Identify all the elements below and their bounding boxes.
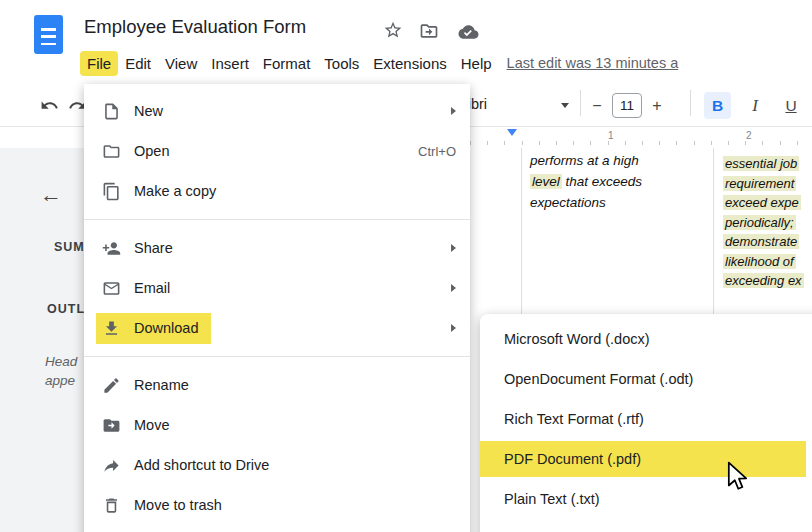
- italic-button[interactable]: I: [742, 92, 768, 119]
- sidebar-summary-label: SUM: [54, 240, 85, 254]
- outline-placeholder-text: appe: [45, 373, 75, 388]
- doc-line: exceeding ex: [723, 271, 804, 291]
- menu-item-label: Move to trash: [134, 497, 222, 513]
- highlighted-line: periodically;: [723, 215, 796, 230]
- file-menu-item-download[interactable]: Download: [84, 308, 470, 348]
- menu-view[interactable]: View: [158, 51, 204, 76]
- file-menu-dropdown: New Open Ctrl+O Make a copy Share Email …: [84, 84, 470, 532]
- doc-line-rest: that exceeds: [562, 174, 642, 189]
- close-outline-back-icon[interactable]: ←: [40, 184, 62, 206]
- copy-icon: [102, 182, 121, 201]
- sidebar-outline-label: OUTL: [47, 302, 85, 316]
- cloud-saved-icon[interactable]: [457, 22, 480, 42]
- menu-file[interactable]: File: [80, 51, 118, 76]
- move-document-icon[interactable]: [419, 21, 439, 41]
- ruler-mark-2: 2: [746, 130, 752, 141]
- highlighted-line: likelihood of: [723, 254, 796, 269]
- submenu-arrow-icon: [451, 107, 456, 115]
- last-edit-link[interactable]: Last edit was 13 minutes a: [507, 55, 679, 71]
- share-person-add-icon: [102, 239, 121, 258]
- file-menu-item-new[interactable]: New: [84, 91, 470, 131]
- file-menu-item-make-a-copy[interactable]: Make a copy: [84, 171, 470, 211]
- document-text-right-column: essential job requirement exceed expe pe…: [723, 154, 804, 291]
- submenu-item-rtf[interactable]: Rich Text Format (.rtf): [480, 399, 812, 439]
- menu-item-shortcut: Ctrl+O: [418, 144, 456, 159]
- doc-line: exceed expe: [723, 193, 804, 213]
- file-menu-item-add-shortcut[interactable]: Add shortcut to Drive: [84, 445, 470, 485]
- table-border: [713, 148, 714, 316]
- trash-icon: [102, 496, 121, 515]
- docs-logo-lines: [41, 28, 56, 46]
- submenu-item-pdf[interactable]: PDF Document (.pdf): [480, 439, 812, 479]
- toolbar-divider: [580, 90, 581, 116]
- rename-pencil-icon: [102, 376, 121, 395]
- menu-edit[interactable]: Edit: [118, 51, 158, 76]
- highlighted-line: exceed expe: [723, 195, 801, 210]
- menu-item-label: Microsoft Word (.docx): [504, 331, 650, 347]
- menu-format[interactable]: Format: [256, 51, 318, 76]
- menu-divider: [84, 356, 470, 357]
- menu-divider: [84, 219, 470, 220]
- menu-item-label: Move: [134, 417, 169, 433]
- doc-line: expectations: [530, 192, 642, 213]
- doc-line: essential job: [723, 154, 804, 174]
- menu-item-label: Share: [134, 240, 173, 256]
- font-dropdown-caret-icon[interactable]: [561, 103, 569, 108]
- menu-item-label: Make a copy: [134, 183, 216, 199]
- download-highlight: Download: [96, 313, 211, 344]
- indent-marker-icon[interactable]: [507, 129, 517, 136]
- menu-item-label: Open: [134, 143, 169, 159]
- doc-line: requirement: [723, 174, 804, 194]
- doc-line: performs at a high: [530, 150, 642, 171]
- document-title[interactable]: Employee Evaluation Form: [84, 16, 306, 38]
- menu-item-label: OpenDocument Format (.odt): [504, 371, 693, 387]
- undo-icon[interactable]: [40, 96, 59, 115]
- submenu-arrow-icon: [451, 324, 456, 332]
- ruler-mark-1: 1: [608, 130, 614, 141]
- move-folder-icon: [102, 416, 121, 435]
- toolbar-divider: [690, 90, 691, 116]
- doc-line: periodically;: [723, 213, 804, 233]
- highlighted-line: essential job: [723, 156, 799, 171]
- menu-item-label: Add shortcut to Drive: [134, 457, 269, 473]
- submenu-arrow-icon: [451, 244, 456, 252]
- menu-extensions[interactable]: Extensions: [366, 51, 453, 76]
- menu-insert[interactable]: Insert: [204, 51, 256, 76]
- menu-item-label: PDF Document (.pdf): [504, 451, 641, 467]
- font-size-increase-button[interactable]: +: [646, 92, 668, 119]
- submenu-arrow-icon: [451, 284, 456, 292]
- doc-line: likelihood of: [723, 252, 804, 272]
- email-icon: [102, 279, 121, 298]
- download-icon: [102, 319, 121, 338]
- google-docs-logo[interactable]: [34, 15, 63, 54]
- underline-button[interactable]: U: [778, 92, 804, 119]
- bold-button[interactable]: B: [704, 92, 731, 119]
- highlighted-line: exceeding ex: [723, 273, 804, 288]
- submenu-item-html[interactable]: Web Page (.html, zipped): [480, 519, 812, 532]
- menu-item-label: Download: [134, 320, 199, 336]
- new-document-icon: [102, 102, 121, 121]
- submenu-item-docx[interactable]: Microsoft Word (.docx): [480, 319, 812, 359]
- submenu-item-txt[interactable]: Plain Text (.txt): [480, 479, 812, 519]
- file-menu-item-email[interactable]: Email: [84, 268, 470, 308]
- document-text-left-column: performs at a high level that exceeds ex…: [530, 150, 642, 213]
- star-icon[interactable]: [383, 20, 403, 40]
- file-menu-item-move-to-trash[interactable]: Move to trash: [84, 485, 470, 525]
- add-shortcut-to-drive-icon: [102, 456, 121, 475]
- menu-tools[interactable]: Tools: [317, 51, 366, 76]
- google-docs-window: Employee Evaluation Form File Edit View …: [0, 0, 812, 532]
- submenu-item-odt[interactable]: OpenDocument Format (.odt): [480, 359, 812, 399]
- doc-line: level that exceeds: [530, 171, 642, 192]
- doc-line: demonstrate: [723, 232, 804, 252]
- highlighted-word: level: [530, 174, 562, 189]
- download-submenu: Microsoft Word (.docx) OpenDocument Form…: [480, 314, 812, 532]
- menu-item-label: Rich Text Format (.rtf): [504, 411, 644, 427]
- font-size-decrease-button[interactable]: −: [586, 92, 608, 119]
- file-menu-item-move[interactable]: Move: [84, 405, 470, 445]
- menu-help[interactable]: Help: [454, 51, 499, 76]
- font-size-input[interactable]: 11: [612, 93, 642, 118]
- file-menu-item-open[interactable]: Open Ctrl+O: [84, 131, 470, 171]
- open-folder-icon: [102, 142, 121, 161]
- file-menu-item-share[interactable]: Share: [84, 228, 470, 268]
- file-menu-item-rename[interactable]: Rename: [84, 365, 470, 405]
